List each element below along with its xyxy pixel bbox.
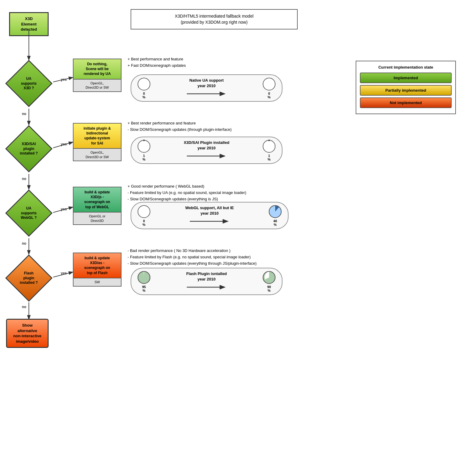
- diamond-shape-1: UAsupportsX3D ?: [5, 60, 53, 107]
- end-box: Showalternativenon-interactiveimage/vide…: [6, 319, 49, 348]
- action-box-3-bottom: OpenGL orDirect3D: [74, 212, 121, 225]
- title-line2: (provided by X3DOM.org right now): [136, 19, 292, 25]
- bubble-3-arrow: [188, 216, 231, 224]
- bubble-2-right: 1%: [262, 140, 276, 161]
- note-3-line-1: + Good render performane ( WebGL based): [128, 183, 246, 190]
- pie-2-left: [137, 140, 151, 153]
- legend-not: Not implemented: [360, 97, 452, 108]
- bubble-1-left-pct: 0%: [137, 92, 151, 99]
- diamond-label-4: Flashplugininstalled ?: [15, 271, 43, 285]
- no-label-3: no: [22, 241, 26, 246]
- diamond-4: Flashplugininstalled ?: [5, 254, 53, 302]
- diamond-shape-3: UAsupportsWebGL ?: [5, 189, 53, 237]
- bubble-3-left-pct: 0%: [137, 219, 151, 226]
- note-2-line-1: + Best render performance and feature: [128, 120, 232, 127]
- svg-point-4: [138, 140, 150, 152]
- diamond-label-1: UAsupportsX3D ?: [15, 76, 43, 91]
- action-box-1-top: Do nothing,Scene will berendered by UA: [74, 59, 121, 79]
- diamond-label-3: UAsupportsWebGL ?: [15, 206, 43, 220]
- yes-label-2: yes: [61, 142, 67, 146]
- action-box-4: build & updateX3D/as -scenegraph ontop o…: [73, 253, 121, 287]
- start-box: X3DElementdetected: [9, 12, 49, 36]
- action-box-3-top: build & updateX3D/js -scenegraph ontop o…: [74, 187, 121, 212]
- note-1-line-2: + Fast DOM/scenegraph updates: [128, 63, 186, 69]
- start-text: X3DElementdetected: [21, 16, 37, 32]
- action-box-2: initiate plugin &bidirectionalupdate-sys…: [73, 123, 121, 161]
- bubble-1-center-text: Native UA supportyear 2010: [185, 78, 228, 98]
- diamond-shape-2: X3D/SAIplugininstalled ?: [5, 125, 53, 172]
- svg-point-3: [263, 78, 275, 90]
- bubble-4-left-pct: 95%: [137, 285, 151, 292]
- action-box-2-top: initiate plugin &bidirectionalupdate-sys…: [74, 124, 121, 148]
- diagram-container: X3D/HTML5 intermediated fallback model (…: [0, 0, 465, 476]
- yes-label-1: yes: [61, 77, 67, 82]
- title-box: X3D/HTML5 intermediated fallback model (…: [131, 9, 298, 29]
- note-1-line-1: + Best performance and feature: [128, 56, 186, 63]
- bubble-3-right-pct: 40%: [268, 219, 282, 226]
- pie-1-left: [137, 77, 151, 91]
- note-4-line-3: - Slow DOM/Scenegraph updates (everythin…: [128, 260, 257, 267]
- bubble-1-right-pct: 0%: [262, 92, 276, 99]
- bubble-2-arrow: [185, 151, 228, 159]
- note-4-line-1: - Bad render performance ( No 3D Hardwar…: [128, 248, 257, 254]
- notes-4: - Bad render performance ( No 3D Hardwar…: [128, 248, 257, 267]
- notes-2: + Best render performance and feature - …: [128, 120, 232, 133]
- no-label-1: no: [22, 112, 26, 116]
- bubble-4-right-pct: 90%: [262, 285, 276, 292]
- bubble-4-left: 95%: [137, 271, 151, 292]
- diamond-3: UAsupportsWebGL ?: [5, 189, 53, 237]
- bubble-1-right: 0%: [262, 77, 276, 99]
- bubble-1-arrow: [185, 88, 228, 97]
- bubble-3-center-text: WebGL support, All but IEyear 2010: [185, 205, 234, 226]
- title-line1: X3D/HTML5 intermediated fallback model: [136, 13, 292, 19]
- legend-title: Current implementation state: [360, 65, 452, 70]
- notes-3: + Good render performane ( WebGL based) …: [128, 183, 246, 202]
- bubble-2-center-text: X3D/SAI Plugin installedyear 2010: [184, 140, 229, 161]
- note-3-line-3: - Slow DOM/Scenegraph updates (everythin…: [128, 196, 246, 202]
- bubble-1-left: 0%: [137, 77, 151, 99]
- pie-2-right: [262, 140, 276, 153]
- svg-point-8: [263, 140, 275, 152]
- bubble-2-left-pct: 1%: [137, 154, 151, 161]
- diamond-2: X3D/SAIplugininstalled ?: [5, 124, 53, 173]
- action-box-1-bottom: OpenGL,Direct3D or SW: [74, 79, 121, 92]
- yes-label-4: yes: [61, 271, 67, 275]
- note-2-line-2: - Slow DOM/Scenegraph updates (through p…: [128, 127, 232, 133]
- pie-3-left: [137, 205, 151, 218]
- bubble-2-right-pct: 1%: [262, 154, 276, 161]
- action-box-4-top: build & updateX3D/as -scenegraph ontop o…: [74, 253, 121, 278]
- action-box-1: Do nothing,Scene will berendered by UA O…: [73, 59, 121, 92]
- diamond-label-2: X3D/SAIplugininstalled ?: [15, 142, 43, 156]
- bubble-3-right: 40%: [268, 205, 282, 226]
- bubble-4-center-text: Flash Plugin isntalledyear 2010: [185, 271, 228, 292]
- bubble-3: 0% WebGL support, All but IEyear 2010 40…: [131, 202, 289, 229]
- pie-4-right: [262, 271, 276, 284]
- no-label-2: no: [22, 177, 26, 181]
- bubble-2-left: 1%: [137, 140, 151, 161]
- legend-partial: Partially implemented: [360, 85, 452, 96]
- diamond-shape-4: Flashplugininstalled ?: [5, 254, 53, 302]
- bubble-4-right: 90%: [262, 271, 276, 292]
- svg-point-0: [138, 78, 150, 90]
- bubble-4: 95% Flash Plugin isntalledyear 2010 90%: [131, 268, 282, 295]
- action-box-2-bottom: OpenGL,Direct3D or SW: [74, 148, 121, 161]
- bubble-4-arrow: [185, 282, 228, 290]
- bubble-1: 0% Native UA supportyear 2010 0%: [131, 74, 282, 102]
- legend-implemented: Implemented: [360, 73, 452, 83]
- legend-box: Current implementation state Implemented…: [356, 61, 456, 114]
- svg-point-10: [138, 206, 150, 218]
- action-box-4-bottom: SW: [74, 278, 121, 286]
- pie-3-right: [268, 205, 282, 218]
- pie-4-left: [137, 271, 151, 284]
- action-box-3: build & updateX3D/js -scenegraph ontop o…: [73, 187, 121, 225]
- note-4-line-2: - Feature limited by Flash (e.g. no spat…: [128, 254, 257, 260]
- note-3-line-2: - Feature limited by UA (e.g. no spatial…: [128, 190, 246, 196]
- no-label-4: no: [22, 305, 26, 309]
- end-text: Showalternativenon-interactiveimage/vide…: [13, 323, 41, 344]
- bubble-2: 1% X3D/SAI Plugin installedyear 2010 1%: [131, 137, 282, 164]
- diamond-1: UAsupportsX3D ?: [5, 59, 53, 108]
- pie-1-right: [262, 77, 276, 91]
- yes-label-3: yes: [61, 207, 67, 211]
- notes-1: + Best performance and feature + Fast DO…: [128, 56, 186, 69]
- bubble-3-left: 0%: [137, 205, 151, 226]
